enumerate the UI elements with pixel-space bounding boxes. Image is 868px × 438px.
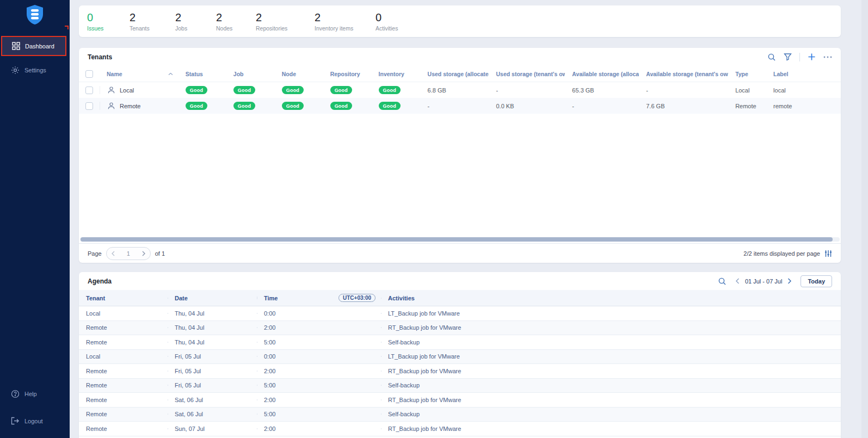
toolbar-divider — [799, 53, 800, 61]
column-header-date[interactable]: Date — [168, 295, 257, 301]
stat-issues: 0 Issues — [87, 11, 130, 32]
sidebar-item-help[interactable]: Help — [0, 384, 70, 404]
annotation-artifact — [65, 26, 69, 29]
next-week-button[interactable] — [787, 278, 792, 284]
column-header-used-allocated[interactable]: Used storage (allocated) — [421, 71, 489, 77]
agenda-date-cell: Thu, 04 Jul — [168, 310, 257, 317]
tenants-more-button[interactable] — [823, 56, 832, 58]
job-badge: Good — [233, 102, 255, 110]
stat-label: Activities — [375, 25, 398, 32]
row-checkbox[interactable] — [85, 87, 93, 94]
sidebar: Dashboard Settings Help — [0, 0, 70, 438]
agenda-table-header: Tenant Date Time UTC+03:00 Activities — [79, 290, 841, 306]
agenda-date-range: 01 Jul - 07 Jul — [745, 278, 782, 285]
agenda-tenant-cell: Remote — [79, 411, 168, 417]
agenda-search-button[interactable] — [718, 277, 727, 286]
agenda-tenant-cell: Local — [79, 353, 168, 360]
sidebar-item-label: Logout — [24, 418, 43, 424]
timezone-badge: UTC+03:00 — [338, 294, 375, 302]
column-header-name[interactable]: Name — [100, 71, 178, 77]
column-header-inventory[interactable]: Inventory — [372, 71, 421, 77]
agenda-time-cell: 2:00 — [257, 397, 381, 403]
agenda-tenant-cell: Local — [79, 310, 168, 317]
column-header-available-allocated[interactable]: Available storage (allocated) — [565, 71, 639, 77]
tenant-user-icon — [107, 102, 115, 110]
column-header-activities[interactable]: Activities — [381, 295, 841, 301]
page-count-label: of 1 — [155, 250, 165, 257]
column-header-used-own[interactable]: Used storage (tenant's own) — [489, 71, 565, 77]
tenant-name[interactable]: Local — [120, 87, 134, 94]
current-page-value[interactable]: 1 — [127, 250, 130, 257]
column-header-type[interactable]: Type — [728, 71, 766, 77]
sort-ascending-icon — [168, 72, 173, 76]
agenda-row[interactable]: RemoteThu, 04 Jul2:00RT_Backup job for V… — [79, 321, 841, 336]
agenda-time-cell: 5:00 — [257, 382, 381, 388]
available-storage-allocated: 65.3 GB — [565, 87, 639, 94]
vertical-scrollbar-track[interactable] — [861, 0, 868, 438]
column-header-repository[interactable]: Repository — [323, 71, 372, 77]
tenants-search-button[interactable] — [767, 53, 776, 61]
column-header-tenant[interactable]: Tenant — [79, 295, 168, 301]
items-per-page-summary: 2/2 items displayed per page — [743, 250, 820, 257]
agenda-date-cell: Sat, 06 Jul — [168, 411, 257, 417]
agenda-row[interactable]: RemoteFri, 05 Jul5:00Self-backup — [79, 379, 841, 393]
agenda-row[interactable]: LocalFri, 05 Jul0:00LT_Backup job for VM… — [79, 350, 841, 365]
tenant-type: Local — [728, 87, 766, 94]
row-checkbox[interactable] — [85, 102, 93, 110]
tenant-row-remote[interactable]: Remote Good Good Good Good Good - 0.0 KB… — [79, 98, 841, 114]
horizontal-scrollbar-thumb[interactable] — [81, 237, 833, 242]
available-storage-own: - — [639, 87, 728, 94]
stat-repositories: 2 Repositories — [256, 11, 315, 32]
agenda-time-cell: 5:00 — [257, 339, 381, 346]
used-storage-own: - — [489, 87, 565, 94]
sidebar-item-label: Settings — [24, 67, 46, 73]
agenda-activity-cell: RT_Backup job for VMware — [381, 368, 841, 374]
sidebar-item-logout[interactable]: Logout — [0, 411, 70, 430]
previous-week-button[interactable] — [735, 278, 740, 284]
gear-icon — [11, 66, 20, 75]
agenda-tenant-cell: Remote — [79, 382, 168, 388]
agenda-row[interactable]: RemoteFri, 05 Jul2:00RT_Backup job for V… — [79, 364, 841, 379]
tenants-filter-button[interactable] — [784, 53, 792, 61]
select-all-checkbox[interactable] — [85, 70, 93, 78]
agenda-row[interactable]: RemoteThu, 04 Jul5:00Self-backup — [79, 335, 841, 350]
agenda-time-cell: 5:00 — [257, 411, 381, 417]
horizontal-scrollbar-track[interactable] — [80, 237, 840, 242]
stat-value: 2 — [256, 11, 315, 23]
stat-inventory-items: 2 Inventory items — [315, 11, 375, 32]
used-storage-own: 0.0 KB — [489, 103, 565, 109]
agenda-row[interactable]: LocalThu, 04 Jul0:00LT_Backup job for VM… — [79, 306, 841, 321]
column-header-node[interactable]: Node — [275, 71, 323, 77]
column-header-status[interactable]: Status — [178, 71, 226, 77]
tenant-row-local[interactable]: Local Good Good Good Good Good 6.8 GB - … — [79, 82, 841, 98]
help-icon — [11, 390, 20, 398]
column-header-label[interactable]: Label — [766, 71, 841, 77]
agenda-row[interactable]: RemoteSun, 07 Jul2:00RT_Backup job for V… — [79, 422, 841, 436]
tenants-add-button[interactable] — [808, 53, 816, 61]
column-settings-button[interactable] — [824, 250, 832, 257]
inventory-badge: Good — [379, 86, 401, 94]
node-badge: Good — [282, 86, 304, 94]
agenda-activity-cell: Self-backup — [381, 411, 841, 417]
agenda-activity-cell: Self-backup — [381, 382, 841, 388]
today-button[interactable]: Today — [801, 275, 832, 287]
tenants-panel: Tenants — [79, 48, 841, 263]
tenant-name[interactable]: Remote — [120, 103, 141, 109]
agenda-row[interactable]: RemoteSat, 06 Jul2:00RT_Backup job for V… — [79, 393, 841, 408]
sidebar-item-dashboard[interactable]: Dashboard — [1, 36, 66, 56]
column-header-available-own[interactable]: Available storage (tenant's own) — [639, 71, 728, 77]
agenda-tenant-cell: Remote — [79, 368, 168, 374]
sidebar-item-settings[interactable]: Settings — [0, 60, 70, 80]
stat-activities: 0 Activities — [375, 11, 398, 32]
prev-page-button[interactable] — [111, 251, 115, 256]
agenda-time-cell: 0:00 — [257, 310, 381, 317]
sidebar-item-label: Help — [24, 391, 37, 397]
agenda-table: Tenant Date Time UTC+03:00 Activities Lo… — [79, 290, 841, 436]
stat-label: Tenants — [130, 25, 175, 32]
sidebar-item-label: Dashboard — [25, 43, 54, 50]
next-page-button[interactable] — [141, 251, 146, 256]
column-header-time[interactable]: Time UTC+03:00 — [257, 294, 381, 302]
column-header-job[interactable]: Job — [226, 71, 275, 77]
agenda-row[interactable]: RemoteSat, 06 Jul5:00Self-backup — [79, 408, 841, 422]
agenda-date-cell: Fri, 05 Jul — [168, 353, 257, 360]
